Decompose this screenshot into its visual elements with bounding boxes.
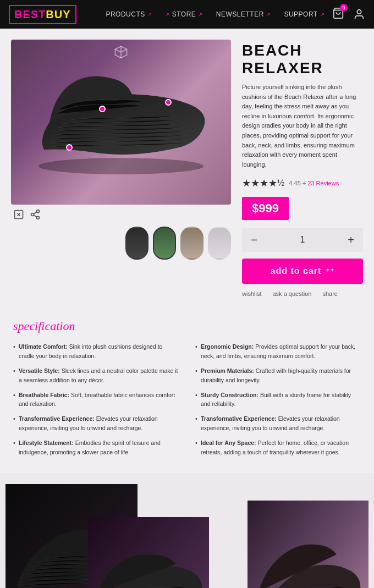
logo[interactable]: BESTBUY	[9, 5, 76, 24]
spec-grid: Ultimate Comfort: Sink into plush cushio…	[13, 342, 361, 462]
quantity-increase-button[interactable]: +	[339, 228, 363, 252]
color-swatches	[11, 227, 231, 260]
svg-line-8	[34, 212, 37, 213]
svg-point-2	[38, 158, 204, 174]
gallery-chair-3	[248, 501, 369, 588]
swatch-black[interactable]	[125, 227, 148, 260]
spec-item-8: Sturdy Construction: Built with a sturdy…	[195, 391, 361, 409]
ask-question-link[interactable]: ask a question	[272, 290, 311, 297]
spec-item-9: Transformative Experience: Elevates your…	[195, 414, 361, 433]
spec-left-column: Ultimate Comfort: Sink into plush cushio…	[13, 342, 179, 462]
main-product-image	[11, 40, 231, 205]
nav-products[interactable]: PRODUCTS ↗	[106, 10, 152, 18]
add-to-cart-button[interactable]: add to cart ⁺⁺	[242, 259, 363, 284]
svg-point-4	[37, 210, 40, 213]
product-description: Picture yourself sinking into the plush …	[242, 83, 363, 169]
social-share-icon[interactable]	[30, 209, 41, 220]
hotspot-pin-3[interactable]	[66, 144, 73, 151]
site-header: BESTBUY PRODUCTS ↗ ↗ STORE ↗ NEWSLETTER …	[0, 0, 374, 29]
nav-newsletter[interactable]: NEWSLETTER ↗	[216, 10, 271, 18]
logo-text-2: BUY	[46, 8, 70, 20]
product-section: BEACH RELAXER Picture yourself sinking i…	[0, 29, 374, 308]
share-link[interactable]: share	[322, 290, 338, 297]
3d-icon	[113, 45, 129, 64]
product-title: BEACH RELAXER	[242, 42, 363, 77]
spec-item-4: Transformative Experience: Elevates your…	[13, 414, 179, 433]
chair-image	[28, 51, 215, 194]
arrow-icon: ↗	[147, 12, 152, 18]
wishlist-link[interactable]: wishlist	[242, 290, 261, 297]
star-rating: ★★★★½	[242, 177, 284, 189]
spec-item-6: Ergonomic Design: Provides optimal suppo…	[195, 342, 361, 361]
arrow-icon-4: ↗	[266, 12, 271, 18]
svg-line-7	[34, 215, 37, 217]
quantity-value: 1	[266, 235, 339, 245]
arrow-icon-5: ↗	[320, 12, 325, 18]
hotspot-pin-1[interactable]	[99, 106, 106, 112]
specification-section: specification Ultimate Comfort: Sink int…	[0, 308, 374, 473]
swatch-tan[interactable]	[180, 227, 204, 260]
nav-support[interactable]: SUPPORT ↗	[284, 10, 324, 18]
product-image-column	[11, 40, 231, 297]
svg-point-1	[357, 10, 361, 14]
svg-point-6	[37, 216, 40, 219]
user-icon[interactable]	[353, 8, 365, 20]
gallery-image-2	[88, 517, 209, 588]
rating-text: 4.45 + 23 Reviews	[289, 180, 339, 186]
swatch-green[interactable]	[153, 227, 176, 260]
svg-point-5	[31, 213, 34, 216]
spec-item-5: Lifestyle Statement: Embodies the spirit…	[13, 438, 179, 457]
price-badge: $999	[242, 197, 289, 220]
cart-arrows-icon: ⁺⁺	[326, 267, 334, 276]
ar-icon[interactable]	[13, 209, 24, 220]
spec-title: specification	[13, 319, 361, 333]
quantity-row: − 1 +	[242, 228, 363, 252]
spec-item-1: Ultimate Comfort: Sink into plush cushio…	[13, 342, 179, 361]
spec-right-column: Ergonomic Design: Provides optimal suppo…	[195, 342, 361, 462]
action-links: wishlist ask a question share	[242, 290, 363, 297]
nav-store[interactable]: ↗ STORE ↗	[165, 10, 203, 18]
gallery-image-3	[248, 501, 369, 588]
cart-badge: 0	[340, 4, 348, 12]
hotspot-pin-2[interactable]	[165, 99, 172, 106]
swatch-light[interactable]	[208, 227, 231, 260]
spec-item-7: Premium Materials: Crafted with high-qua…	[195, 366, 361, 385]
product-info-column: BEACH RELAXER Picture yourself sinking i…	[242, 40, 363, 297]
main-nav: PRODUCTS ↗ ↗ STORE ↗ NEWSLETTER ↗ SUPPOR…	[98, 10, 332, 18]
spec-item-2: Versatile Style: Sleek lines and a neutr…	[13, 366, 179, 385]
logo-text: BEST	[14, 8, 46, 20]
quantity-decrease-button[interactable]: −	[242, 228, 266, 252]
arrow-icon-2: ↗	[165, 12, 170, 18]
arrow-icon-3: ↗	[198, 12, 203, 18]
gallery-chair-2	[88, 517, 209, 588]
header-icons: 0	[332, 7, 365, 21]
gallery-section	[0, 473, 374, 588]
spec-item-3: Breathable Fabric: Soft, breathable fabr…	[13, 391, 179, 409]
spec-item-10: Ideal for Any Space: Perfect for home, o…	[195, 438, 361, 457]
rating-row: ★★★★½ 4.45 + 23 Reviews	[242, 177, 363, 189]
cart-icon-wrap[interactable]: 0	[332, 7, 344, 21]
